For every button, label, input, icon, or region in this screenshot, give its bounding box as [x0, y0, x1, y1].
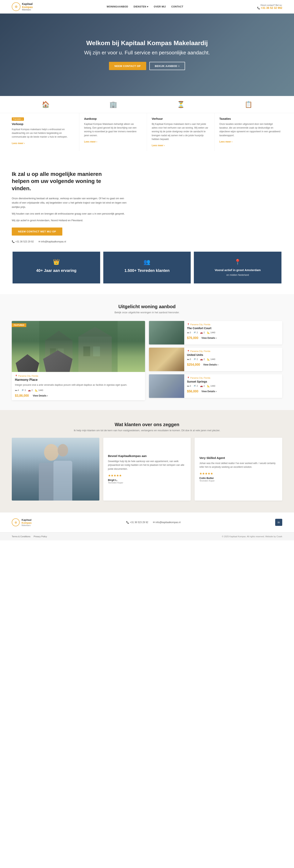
testimonial-1-title: Beveel Kapitaalkompas aan — [108, 454, 186, 458]
service-card-verhuur: Verhuur Bij Kapitaal Kompas makelaars be… — [147, 113, 215, 151]
nav-woningaanbod[interactable]: WONINGAANBOD — [107, 5, 128, 8]
comfort-court-garage: 🚗 2 — [200, 331, 205, 334]
testimonial-1-text: Geweldige hulp bij de hele aankoop van e… — [108, 460, 186, 471]
testimonial-1-role: Tevreden Koper — [108, 482, 186, 484]
featured-meta: 🛏 4 🚿 3 🚗 2 📐 1440 — [15, 389, 142, 392]
featured-property-image: FEATURED — [12, 321, 145, 372]
brand-tagline: Makelaars — [22, 9, 33, 11]
testimonial-2-title: Very Skilled Agent — [199, 456, 278, 460]
navbar-phone[interactable]: +31 36 52 32 992 — [257, 6, 282, 9]
footer-bottom: Terms & Conditions Privacy Policy © 2025… — [0, 532, 294, 540]
stat-region-label: en midden Nederland — [226, 274, 249, 276]
property-comfort-court-image — [149, 321, 184, 344]
crown-icon: 👑 — [53, 259, 60, 265]
comfort-court-price-row: $76,000 View Details — [187, 336, 280, 340]
featured-price: $3,86,000 — [15, 394, 29, 398]
footer-brand2: Kompas — [22, 521, 32, 524]
service-readmore-aankoop[interactable]: Lees meer — [84, 141, 97, 143]
hero-section: Welkom bij Kapitaal Kompas Makelaardij W… — [0, 13, 294, 96]
copyright: © 2025 Kapitaal Kompas. All rights reser… — [222, 535, 282, 538]
united-units-beds: 🛏 3 — [187, 358, 191, 361]
footer-email: ✉ info@kapitaalkompas.nl — [153, 521, 181, 524]
about-cta-button[interactable]: NEEM CONTACT MET MIJ OP — [12, 227, 62, 236]
comfort-court-baths: 🚿 2 — [193, 331, 198, 334]
featured-property: FEATURED Panama City, Florida Harmony Pl… — [12, 321, 145, 400]
svg-rect-12 — [53, 461, 72, 500]
direct-contact-label: Direct contact? Bel nu: — [257, 4, 282, 6]
navbar: ⊕ Kapitaal Kompas Makelaars WONINGAANBOD… — [0, 0, 294, 13]
featured-name: Harmony Place — [15, 378, 142, 381]
stat-experience-value: 40+ Jaar aan ervaring — [36, 268, 76, 273]
united-units-details[interactable]: View Details — [203, 363, 218, 366]
footer-logo-text: Kapitaal Kompas Makelaars — [22, 518, 32, 526]
properties-subtitle: Bekijk onze uitgelichte woningen in het … — [12, 311, 282, 314]
svg-rect-1 — [45, 341, 73, 372]
linkedin-icon[interactable]: in — [275, 519, 282, 526]
taxaties-icon: 📋 — [245, 101, 252, 108]
logo-icon: ⊕ — [12, 2, 21, 11]
comfort-court-beds: 🛏 3 — [187, 331, 191, 334]
hero-cta-secondary[interactable]: Bekijk Aanbod — [149, 62, 185, 70]
stat-clients-value: 1.500+ Tevreden klanten — [124, 268, 170, 273]
comfort-court-sqft: 📐 1440 — [207, 331, 215, 334]
nav-contact[interactable]: CONTACT — [171, 5, 183, 8]
service-readmore-verhuur[interactable]: Lees meer — [152, 144, 165, 147]
properties-section: Uitgelicht woning aanbod Bekijk onze uit… — [0, 294, 294, 410]
service-desc-verhuur: Bij Kapitaal Kompas makelaars bent u aan… — [152, 122, 210, 141]
united-units-location: Panama City, Florida — [187, 350, 280, 352]
testimonial-1-name: Birgit L. — [108, 478, 186, 482]
comfort-court-details[interactable]: View Details — [201, 337, 217, 339]
logo[interactable]: ⊕ Kapitaal Kompas Makelaars — [12, 2, 33, 11]
featured-price-row: $3,86,000 View Details — [15, 394, 142, 398]
navbar-contact: Direct contact? Bel nu: +31 36 52 32 992 — [257, 4, 282, 9]
about-para2: Wij houden van ons werk en brengen dit e… — [12, 212, 130, 216]
united-units-price: $254,000 — [187, 363, 200, 367]
terms-link[interactable]: Terms & Conditions — [12, 535, 30, 538]
properties-title: Uitgelicht woning aanbod — [12, 304, 282, 309]
people-icon: 👥 — [144, 259, 150, 265]
nav-diensten[interactable]: DIENSTEN — [134, 5, 148, 8]
nav-over-mij[interactable]: OVER MIJ — [154, 5, 166, 8]
featured-baths: 🚿 3 — [21, 389, 26, 392]
featured-sqft: 📐 1440 — [35, 389, 43, 392]
properties-grid: FEATURED Panama City, Florida Harmony Pl… — [12, 321, 282, 400]
featured-beds: 🛏 4 — [15, 389, 19, 392]
featured-details-link[interactable]: View Details — [33, 394, 48, 397]
about-email: info@kapitaalkompas.nl — [38, 240, 66, 243]
footer-logo[interactable]: ⊕ Kapitaal Kompas Makelaars — [12, 518, 32, 526]
service-readmore-verkoop[interactable]: Lees meer — [12, 142, 25, 145]
sunset-springs-name: Sunset Springs — [187, 380, 280, 383]
testimonial-card-2: Very Skilled Agent Johan was the most sk… — [195, 438, 282, 500]
about-para3: Wij zijn actief in groot Amsterdam, Noor… — [12, 218, 130, 223]
testimonials-subtitle: Ik help mijn klanten om tot de kern van … — [12, 429, 282, 432]
property-sunset-springs-image — [149, 374, 184, 398]
about-phone: +31 36 523 29 92 — [12, 240, 34, 243]
svg-rect-7 — [83, 346, 90, 356]
united-units-baths: 🚿 2 — [193, 358, 198, 361]
featured-desc: Integer posuere erat a ante venenatis da… — [15, 383, 142, 387]
service-readmore-taxaties[interactable]: Lees meer — [219, 141, 232, 143]
properties-list: Panama City, Florida The Comfort Court 🛏… — [149, 321, 282, 400]
svg-point-9 — [44, 444, 59, 461]
logo-text: Kapitaal Kompas Makelaars — [22, 3, 33, 11]
sunset-springs-details[interactable]: View Details — [201, 390, 217, 393]
stat-experience: 👑 40+ Jaar aan ervaring — [12, 252, 100, 283]
testimonial-1-stars: ★★★★★ — [108, 474, 186, 477]
testimonials-title: Wat klanten over ons zeggen — [12, 422, 282, 427]
footer-contact: 📞 +31 36 523 29 92 ✉ info@kapitaalkompas… — [126, 521, 181, 524]
property-comfort-court: Panama City, Florida The Comfort Court 🛏… — [149, 321, 282, 344]
comfort-court-name: The Comfort Court — [187, 327, 280, 330]
service-desc-aankoop: Kapitaal Kompas Makelaars behartigt alle… — [84, 122, 142, 137]
testimonial-2-stars: ★★★★★ — [199, 472, 278, 475]
svg-rect-3 — [50, 348, 56, 356]
testimonial-2-role: Tevreden Koper — [199, 479, 278, 482]
footer-brand1: Kapitaal — [22, 518, 32, 521]
privacy-link[interactable]: Privacy Policy — [34, 535, 47, 538]
location-icon: 📍 — [234, 259, 241, 265]
service-title-taxaties: Taxaties — [219, 117, 282, 120]
property-comfort-court-info: Panama City, Florida The Comfort Court 🛏… — [184, 321, 282, 344]
nav-links: WONINGAANBOD DIENSTEN OVER MIJ CONTACT — [107, 5, 183, 8]
hero-cta-primary[interactable]: NEEM CONTACT OP — [109, 62, 146, 70]
sunset-springs-beds: 🛏 3 — [187, 385, 191, 387]
featured-property-info: Panama City, Florida Harmony Place Integ… — [12, 372, 145, 400]
